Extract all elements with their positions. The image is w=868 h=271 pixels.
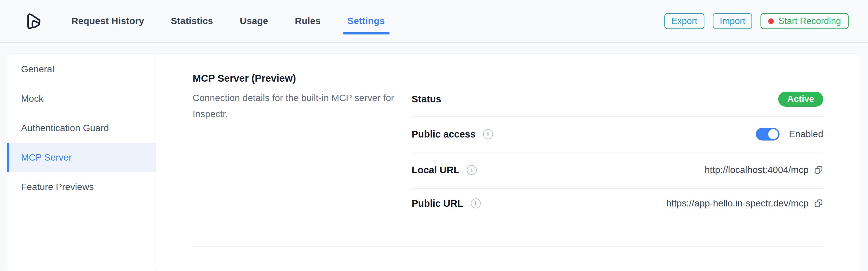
settings-content: MCP Server (Preview) Connection details …	[156, 54, 859, 271]
tab-settings[interactable]: Settings	[347, 0, 385, 42]
info-circle-icon[interactable]: i	[471, 198, 481, 209]
sidebar-item-feature-previews[interactable]: Feature Previews	[7, 172, 156, 202]
section-description: Connection details for the built-in MCP …	[193, 90, 396, 122]
row-public-url: Public URL i https://app-hello.in-spectr…	[412, 187, 823, 220]
copy-icon[interactable]	[814, 199, 823, 208]
row-public-access: Public access i Enabled	[412, 117, 823, 151]
app-header: Request History Statistics Usage Rules S…	[0, 0, 868, 43]
public-access-toggle[interactable]	[756, 128, 779, 140]
tab-usage[interactable]: Usage	[240, 0, 268, 42]
public-url-value: https://app-hello.in-spectr.dev/mcp	[666, 198, 823, 209]
copy-icon[interactable]	[814, 165, 823, 174]
public-url-label-text: Public URL	[412, 198, 463, 209]
status-label: Status	[412, 94, 441, 105]
section-title: MCP Server (Preview)	[193, 73, 296, 84]
header-actions: Export Import Start Recording	[664, 13, 849, 29]
public-url-label: Public URL i	[412, 198, 481, 209]
info-circle-icon[interactable]: i	[483, 129, 493, 139]
tab-rules[interactable]: Rules	[295, 0, 320, 42]
section-divider	[193, 246, 823, 247]
start-recording-button[interactable]: Start Recording	[761, 13, 849, 29]
main-nav: Request History Statistics Usage Rules S…	[71, 0, 385, 42]
local-url-value: http://localhost:4004/mcp	[705, 165, 823, 175]
toggle-knob	[768, 129, 778, 139]
row-status: Status Active	[412, 82, 823, 116]
start-recording-label: Start Recording	[778, 16, 841, 26]
public-access-label-text: Public access	[412, 129, 476, 140]
import-button[interactable]: Import	[713, 13, 752, 29]
tab-statistics[interactable]: Statistics	[171, 0, 213, 42]
info-circle-icon[interactable]: i	[467, 165, 477, 175]
settings-panel: General Mock Authentication Guard MCP Se…	[7, 54, 859, 271]
sidebar-item-authentication-guard[interactable]: Authentication Guard	[7, 113, 156, 143]
sidebar-item-mcp-server[interactable]: MCP Server	[7, 143, 156, 172]
toggle-state-label: Enabled	[789, 129, 823, 139]
public-access-value: Enabled	[756, 128, 823, 140]
sidebar-item-general[interactable]: General	[7, 55, 156, 84]
settings-sidebar: General Mock Authentication Guard MCP Se…	[7, 54, 156, 271]
row-divider	[412, 116, 823, 117]
local-url-label-text: Local URL	[412, 165, 459, 175]
local-url-label: Local URL i	[412, 165, 477, 175]
inspectr-logo-icon[interactable]	[24, 11, 41, 31]
public-access-label: Public access i	[412, 129, 493, 140]
status-badge: Active	[778, 92, 823, 107]
export-button[interactable]: Export	[664, 13, 705, 29]
public-url-text: https://app-hello.in-spectr.dev/mcp	[666, 198, 809, 209]
sidebar-item-mock[interactable]: Mock	[7, 84, 156, 113]
red-dot-icon	[768, 19, 774, 24]
local-url-text: http://localhost:4004/mcp	[705, 165, 809, 175]
tab-request-history[interactable]: Request History	[71, 0, 144, 42]
row-local-url: Local URL i http://localhost:4004/mcp	[412, 153, 823, 187]
